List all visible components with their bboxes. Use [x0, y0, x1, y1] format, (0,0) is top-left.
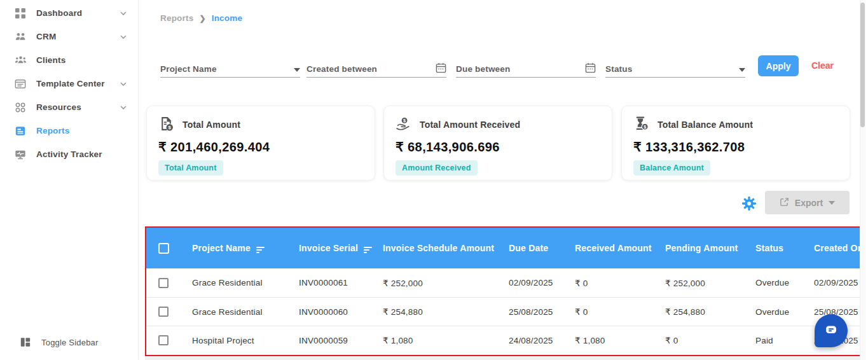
cell-project-name: Hospital Project [192, 336, 299, 345]
total-balance-amount-card: $ Total Balance Amount ₹ 133,316,362.708… [621, 106, 850, 181]
clients-icon [14, 54, 27, 67]
card-title: Total Balance Amount [658, 120, 753, 130]
cell-created-on: 02/09/2025 [814, 278, 864, 287]
row-checkbox[interactable] [158, 335, 169, 345]
sidebar-item-label: Clients [36, 55, 128, 65]
cell-invoice-serial: INV0000060 [299, 307, 383, 317]
sidebar-item-label: Activity Tracker [36, 149, 128, 159]
column-header-label: Project Name [192, 243, 251, 253]
cell-invoice-schedule-amount: ₹ 254,880 [383, 307, 509, 317]
chat-launcher-button[interactable] [815, 314, 848, 347]
project-name-filter[interactable]: Project Name [160, 60, 300, 78]
card-badge: Total Amount [158, 160, 223, 176]
reports-icon [14, 125, 27, 137]
sidebar-item-label: Resources [36, 102, 119, 112]
filter-label: Project Name [160, 64, 217, 74]
column-header-status: Status [755, 243, 814, 253]
cell-received-amount: ₹ 0 [575, 307, 665, 317]
cell-created-on: 25/08/2025 [814, 307, 864, 317]
sidebar-item-label: CRM [36, 32, 119, 41]
dashboard-icon [14, 7, 27, 20]
settings-gear-icon[interactable] [742, 197, 756, 211]
cell-invoice-schedule-amount: ₹ 1,080 [383, 335, 509, 345]
table-row[interactable]: Grace Residential INV0000061 ₹ 252,000 0… [146, 268, 864, 297]
cell-invoice-serial: INV0000061 [299, 278, 383, 287]
cell-due-date: 24/08/2025 [509, 336, 575, 345]
chat-bubble-icon [823, 322, 839, 340]
cell-project-name: Grace Residential [192, 278, 299, 287]
sidebar-item-label: Reports [36, 126, 128, 135]
cell-status: Overdue [755, 278, 814, 287]
table-row[interactable]: Hospital Project INV0000059 ₹ 1,080 24/0… [146, 326, 864, 354]
column-header-label: Invoice Serial [299, 243, 358, 253]
svg-text:$: $ [403, 118, 406, 123]
sidebar-nav: Dashboard CRM Clients Temp [0, 0, 138, 166]
filter-icon[interactable] [256, 247, 265, 253]
breadcrumb: Reports ❯ Income [160, 13, 242, 23]
card-value: ₹ 201,460,269.404 [158, 139, 363, 155]
sidebar-item-clients[interactable]: Clients [0, 48, 138, 72]
chevron-down-icon [119, 80, 128, 88]
chevron-down-icon [829, 201, 835, 205]
chevron-down-icon [119, 33, 128, 41]
crm-icon [14, 31, 27, 43]
chevron-down-icon [739, 64, 745, 74]
card-value: ₹ 133,316,362.708 [633, 139, 838, 155]
invoice-dollar-icon: $ [158, 116, 174, 134]
card-title: Total Amount Received [420, 120, 520, 130]
toggle-sidebar-label: Toggle Sidebar [41, 338, 128, 347]
cell-pending-amount: ₹ 252,000 [665, 278, 755, 288]
column-header-invoice-schedule-amount: Invoice Schedule Amount [383, 243, 509, 253]
cell-received-amount: ₹ 1,080 [575, 335, 665, 345]
sidebar-item-resources[interactable]: Resources [0, 95, 138, 119]
column-header-pending-amount: Pending Amount [665, 243, 755, 253]
export-button[interactable]: Export [765, 191, 850, 214]
table-header-row: Project Name Invoice Serial Invoice Sche… [146, 228, 864, 268]
sidebar-item-dashboard[interactable]: Dashboard [0, 1, 138, 25]
chevron-down-icon [119, 10, 128, 17]
cell-pending-amount: ₹ 0 [665, 335, 755, 345]
svg-text:$: $ [644, 125, 646, 130]
horizontal-scrollbar-track[interactable] [145, 356, 865, 360]
table-row[interactable]: Grace Residential INV0000060 ₹ 254,880 2… [146, 297, 864, 326]
cell-status: Paid [755, 336, 814, 345]
due-between-filter[interactable]: Due between [456, 60, 596, 78]
resources-icon [14, 101, 27, 114]
activity-tracker-icon [14, 148, 27, 161]
breadcrumb-reports[interactable]: Reports [160, 13, 193, 23]
created-between-filter[interactable]: Created between [307, 60, 446, 78]
hourglass-dollar-icon: $ [633, 116, 649, 134]
toggle-sidebar-button[interactable]: Toggle Sidebar [0, 331, 139, 353]
cell-pending-amount: ₹ 254,880 [665, 307, 755, 317]
chevron-down-icon [119, 104, 128, 111]
cell-invoice-schedule-amount: ₹ 252,000 [383, 278, 509, 288]
select-all-checkbox[interactable] [158, 243, 169, 254]
cell-project-name: Grace Residential [192, 307, 299, 317]
row-checkbox[interactable] [158, 278, 169, 288]
column-header-project-name[interactable]: Project Name [192, 243, 299, 253]
filter-icon[interactable] [364, 247, 372, 253]
export-icon [780, 197, 789, 209]
row-checkbox[interactable] [158, 307, 169, 317]
apply-button[interactable]: Apply [758, 55, 799, 76]
sidebar-item-activity-tracker[interactable]: Activity Tracker [0, 142, 138, 166]
column-header-invoice-serial[interactable]: Invoice Serial [299, 243, 383, 253]
breadcrumb-separator-icon: ❯ [199, 14, 205, 23]
toggle-sidebar-icon [19, 336, 32, 349]
column-header-received-amount: Received Amount [575, 243, 665, 253]
sidebar-item-template-center[interactable]: Template Center [0, 72, 138, 95]
card-value: ₹ 68,143,906.696 [396, 139, 600, 155]
column-header-due-date: Due Date [509, 243, 575, 253]
sidebar-item-label: Template Center [36, 79, 119, 88]
clear-button[interactable]: Clear [811, 60, 834, 71]
calendar-icon [585, 62, 596, 75]
cell-received-amount: ₹ 0 [575, 278, 665, 288]
card-badge: Balance Amount [633, 160, 710, 176]
filter-label: Due between [456, 64, 510, 74]
sidebar-item-crm[interactable]: CRM [0, 25, 138, 48]
scrollbar-thumb[interactable] [860, 3, 865, 127]
status-filter[interactable]: Status [605, 60, 745, 78]
sidebar: Dashboard CRM Clients Temp [0, 0, 139, 360]
income-report-page: Dashboard CRM Clients Temp [0, 0, 868, 360]
sidebar-item-reports[interactable]: Reports [0, 119, 138, 142]
